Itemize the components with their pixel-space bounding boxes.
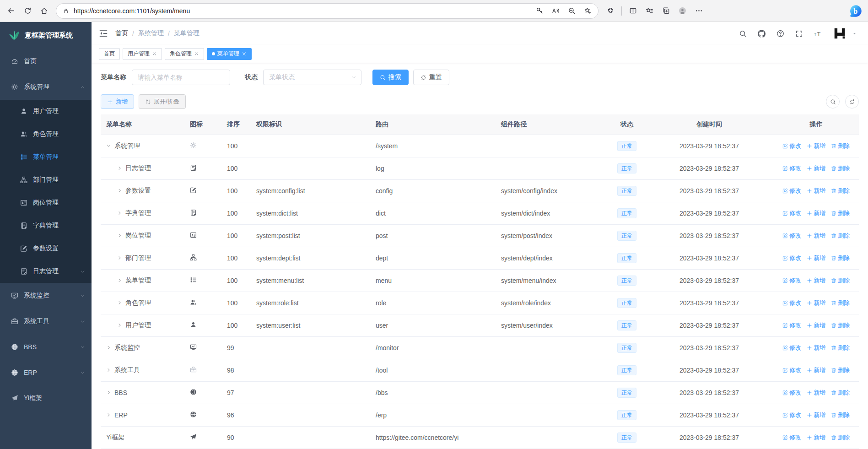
- zoom-out-icon[interactable]: [568, 7, 576, 15]
- expand-arrow-right[interactable]: [106, 412, 111, 417]
- tab-menu-admin[interactable]: 菜单管理: [207, 48, 252, 60]
- row-delete-link[interactable]: 删除: [831, 433, 850, 442]
- add-button[interactable]: 新增: [101, 94, 134, 109]
- read-aloud-icon[interactable]: [552, 7, 560, 15]
- expand-arrow-right[interactable]: [117, 323, 122, 328]
- row-delete-link[interactable]: 删除: [831, 276, 850, 285]
- sidebar-item-config-admin[interactable]: 参数设置: [0, 237, 92, 260]
- row-add-link[interactable]: 新增: [807, 433, 825, 442]
- row-edit-link[interactable]: 修改: [782, 232, 801, 240]
- row-delete-link[interactable]: 删除: [831, 366, 850, 374]
- help-icon[interactable]: [776, 30, 784, 38]
- expand-arrow-right[interactable]: [117, 278, 122, 283]
- browser-settings-button[interactable]: [690, 3, 707, 19]
- row-delete-link[interactable]: 删除: [831, 321, 850, 330]
- sidebar-item-role-admin[interactable]: 角色管理: [0, 123, 92, 146]
- browser-home-button[interactable]: [36, 3, 52, 19]
- tab-home[interactable]: 首页: [99, 48, 120, 60]
- status-select[interactable]: 菜单状态: [263, 70, 361, 85]
- tab-user-admin[interactable]: 用户管理: [123, 48, 162, 60]
- row-add-link[interactable]: 新增: [807, 254, 825, 262]
- show-search-button[interactable]: [826, 95, 840, 108]
- expand-arrow-right[interactable]: [106, 345, 111, 350]
- expand-arrow-right[interactable]: [117, 255, 122, 260]
- row-add-link[interactable]: 新增: [807, 299, 825, 307]
- row-delete-link[interactable]: 删除: [831, 209, 850, 217]
- fullscreen-icon[interactable]: [795, 30, 803, 38]
- row-edit-link[interactable]: 修改: [782, 389, 801, 397]
- row-add-link[interactable]: 新增: [807, 276, 825, 285]
- expand-arrow-right[interactable]: [117, 166, 122, 171]
- row-add-link[interactable]: 新增: [807, 209, 825, 217]
- row-add-link[interactable]: 新增: [807, 321, 825, 330]
- header-search-icon[interactable]: [739, 30, 747, 38]
- row-add-link[interactable]: 新增: [807, 187, 825, 195]
- row-edit-link[interactable]: 修改: [782, 344, 801, 352]
- sidebar-item-yi-framework[interactable]: Yi框架: [0, 385, 92, 411]
- row-delete-link[interactable]: 删除: [831, 187, 850, 195]
- expand-arrow-right[interactable]: [117, 300, 122, 305]
- browser-profile-button[interactable]: [674, 3, 690, 19]
- expand-collapse-arrow-down[interactable]: [106, 143, 111, 148]
- row-edit-link[interactable]: 修改: [782, 142, 801, 150]
- breadcrumb-item[interactable]: 首页: [115, 29, 128, 38]
- row-edit-link[interactable]: 修改: [782, 321, 801, 330]
- row-edit-link[interactable]: 修改: [782, 411, 801, 419]
- row-add-link[interactable]: 新增: [807, 344, 825, 352]
- sidebar-item-dept-admin[interactable]: 部门管理: [0, 168, 92, 191]
- row-add-link[interactable]: 新增: [807, 411, 825, 419]
- refresh-table-button[interactable]: [845, 95, 859, 108]
- row-add-link[interactable]: 新增: [807, 164, 825, 173]
- sidebar-item-bbs[interactable]: BBS: [0, 334, 92, 360]
- browser-split-screen-button[interactable]: [625, 3, 641, 19]
- expand-arrow-right[interactable]: [117, 211, 122, 216]
- sidebar-item-home[interactable]: 首页: [0, 49, 92, 74]
- sidebar-collapse-icon[interactable]: [99, 29, 108, 38]
- expand-arrow-right[interactable]: [117, 188, 122, 193]
- row-delete-link[interactable]: 删除: [831, 254, 850, 262]
- expand-arrow-right[interactable]: [106, 390, 111, 395]
- sidebar-item-system-admin[interactable]: 系统管理: [0, 74, 92, 100]
- reset-button[interactable]: 重置: [413, 70, 449, 85]
- avatar-caret-down-icon[interactable]: [852, 31, 857, 36]
- menu-name-input[interactable]: [132, 70, 230, 85]
- password-icon[interactable]: [536, 7, 544, 15]
- row-edit-link[interactable]: 修改: [782, 433, 801, 442]
- sidebar-item-erp[interactable]: ERP: [0, 360, 92, 385]
- sidebar-item-post-admin[interactable]: 岗位管理: [0, 191, 92, 214]
- expand-arrow-right[interactable]: [106, 368, 111, 373]
- row-delete-link[interactable]: 删除: [831, 344, 850, 352]
- row-edit-link[interactable]: 修改: [782, 164, 801, 173]
- github-icon[interactable]: [758, 30, 766, 38]
- sidebar-item-dict-admin[interactable]: 字典管理: [0, 214, 92, 237]
- bing-chat-icon[interactable]: b: [849, 4, 863, 18]
- row-delete-link[interactable]: 删除: [831, 164, 850, 173]
- row-delete-link[interactable]: 删除: [831, 411, 850, 419]
- browser-refresh-button[interactable]: [19, 3, 36, 19]
- row-delete-link[interactable]: 删除: [831, 142, 850, 150]
- row-edit-link[interactable]: 修改: [782, 299, 801, 307]
- address-bar[interactable]: https://ccnetcore.com:1101/system/menu: [56, 3, 598, 19]
- row-edit-link[interactable]: 修改: [782, 366, 801, 374]
- sidebar-item-menu-admin[interactable]: 菜单管理: [0, 146, 92, 168]
- sidebar-item-tools[interactable]: 系统工具: [0, 308, 92, 334]
- row-add-link[interactable]: 新增: [807, 366, 825, 374]
- browser-collections-button[interactable]: [658, 3, 674, 19]
- row-add-link[interactable]: 新增: [807, 389, 825, 397]
- row-edit-link[interactable]: 修改: [782, 209, 801, 217]
- row-edit-link[interactable]: 修改: [782, 254, 801, 262]
- user-avatar[interactable]: [833, 27, 846, 40]
- app-logo[interactable]: 意框架管理系统: [0, 22, 92, 49]
- row-delete-link[interactable]: 删除: [831, 232, 850, 240]
- row-delete-link[interactable]: 删除: [831, 299, 850, 307]
- row-add-link[interactable]: 新增: [807, 232, 825, 240]
- expand-collapse-button[interactable]: 展开/折叠: [139, 94, 186, 109]
- add-favorite-icon[interactable]: [584, 7, 592, 15]
- font-size-icon[interactable]: TT: [814, 30, 822, 38]
- expand-arrow-right[interactable]: [117, 233, 122, 238]
- browser-back-button[interactable]: [3, 3, 19, 19]
- browser-favorites-button[interactable]: [641, 3, 658, 19]
- row-delete-link[interactable]: 删除: [831, 389, 850, 397]
- browser-extensions-button[interactable]: [602, 3, 619, 19]
- search-button[interactable]: 搜索: [372, 70, 409, 85]
